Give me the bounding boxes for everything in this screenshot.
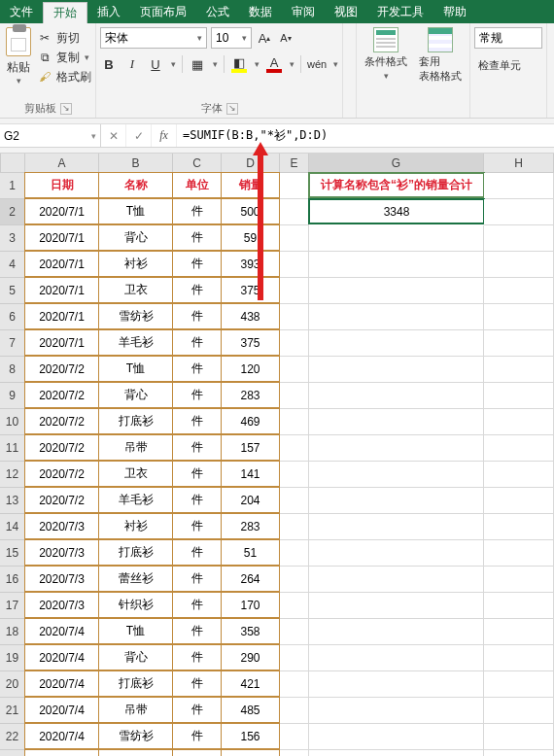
cell[interactable] xyxy=(280,698,309,724)
data-cell[interactable]: 件 xyxy=(172,461,222,487)
data-cell[interactable]: 件 xyxy=(172,198,222,224)
bold-button[interactable]: B xyxy=(100,54,118,74)
data-cell[interactable]: 2020/7/4 xyxy=(24,749,99,756)
fill-color-button[interactable]: ◧ xyxy=(230,54,248,74)
col-header-H[interactable]: H xyxy=(484,154,554,173)
data-cell[interactable]: 59 xyxy=(221,224,280,251)
table-format-button[interactable]: 套用 表格格式 xyxy=(415,27,466,84)
row-header[interactable]: 15 xyxy=(0,540,25,567)
col-header-A[interactable]: A xyxy=(25,154,99,173)
cell[interactable] xyxy=(309,252,484,278)
copy-icon[interactable]: ⧉ xyxy=(37,50,52,65)
data-cell[interactable]: 2020/7/3 xyxy=(24,539,99,566)
data-cell[interactable]: 204 xyxy=(221,487,280,513)
cell[interactable] xyxy=(309,567,484,593)
decrease-font-button[interactable]: A▾ xyxy=(277,28,294,48)
cell[interactable] xyxy=(280,304,309,330)
cell[interactable] xyxy=(484,540,554,567)
cell[interactable] xyxy=(484,304,554,330)
data-cell[interactable]: 件 xyxy=(172,539,222,566)
data-cell[interactable]: 2020/7/2 xyxy=(24,487,99,513)
col-header-C[interactable]: C xyxy=(173,154,222,173)
data-cell[interactable]: 500 xyxy=(221,198,280,224)
data-cell[interactable]: 件 xyxy=(172,749,222,756)
data-cell[interactable]: 2020/7/4 xyxy=(24,723,99,749)
data-cell[interactable]: 2020/7/2 xyxy=(24,356,99,382)
borders-dropdown[interactable]: ▾ xyxy=(213,59,218,69)
row-header[interactable]: 23 xyxy=(0,750,25,756)
cell-H1[interactable] xyxy=(484,173,554,199)
copy-button[interactable]: 复制 xyxy=(56,49,80,66)
data-cell[interactable]: 485 xyxy=(221,697,280,723)
data-cell[interactable]: 290 xyxy=(221,644,280,670)
row-header[interactable]: 11 xyxy=(0,435,25,462)
data-cell[interactable]: 2020/7/1 xyxy=(24,277,99,303)
data-cell[interactable]: 吊带 xyxy=(98,434,173,461)
cell[interactable] xyxy=(484,724,554,750)
cell[interactable] xyxy=(484,357,554,383)
data-cell[interactable]: 120 xyxy=(221,356,280,382)
cell[interactable] xyxy=(280,514,309,540)
row-header[interactable]: 16 xyxy=(0,567,25,593)
cell[interactable] xyxy=(309,671,484,698)
header-unit[interactable]: 单位 xyxy=(172,172,222,198)
data-cell[interactable]: 283 xyxy=(221,382,280,408)
data-cell[interactable]: 件 xyxy=(172,513,222,539)
data-cell[interactable]: 件 xyxy=(172,697,222,723)
data-cell[interactable]: 衬衫 xyxy=(98,251,173,277)
data-cell[interactable]: 件 xyxy=(172,356,222,382)
data-cell[interactable]: 2020/7/1 xyxy=(24,329,99,356)
data-cell[interactable]: 针织衫 xyxy=(98,749,173,756)
data-cell[interactable]: 375 xyxy=(221,329,280,356)
row-header[interactable]: 5 xyxy=(0,278,25,304)
data-cell[interactable]: 雪纺衫 xyxy=(98,723,173,749)
cell[interactable] xyxy=(309,383,484,409)
cell[interactable] xyxy=(484,671,554,698)
paste-icon[interactable] xyxy=(6,27,31,56)
cell[interactable] xyxy=(280,383,309,409)
cell[interactable] xyxy=(484,252,554,278)
confirm-formula-button[interactable]: ✓ xyxy=(126,124,152,147)
data-cell[interactable]: 156 xyxy=(221,723,280,749)
cut-icon[interactable]: ✂ xyxy=(37,30,52,46)
data-cell[interactable]: 件 xyxy=(172,592,222,618)
select-all-corner[interactable] xyxy=(0,154,25,173)
data-cell[interactable]: 件 xyxy=(172,566,222,592)
row-header[interactable]: 12 xyxy=(0,462,25,488)
cell[interactable] xyxy=(280,225,309,252)
cell[interactable] xyxy=(309,540,484,567)
data-cell[interactable]: 羊毛衫 xyxy=(98,329,173,356)
data-cell[interactable]: 卫衣 xyxy=(98,277,173,303)
fx-button[interactable]: fx xyxy=(152,124,177,147)
cell[interactable] xyxy=(484,435,554,462)
data-cell[interactable]: 衬衫 xyxy=(98,513,173,539)
cell[interactable] xyxy=(309,304,484,330)
cell[interactable] xyxy=(484,462,554,488)
cell[interactable] xyxy=(280,671,309,698)
tab-file[interactable]: 文件 xyxy=(0,0,43,23)
data-cell[interactable]: 2020/7/4 xyxy=(24,670,99,697)
cell[interactable] xyxy=(484,199,554,225)
data-cell[interactable]: 2020/7/2 xyxy=(24,461,99,487)
row-header[interactable]: 10 xyxy=(0,409,25,435)
cell[interactable] xyxy=(309,435,484,462)
cell[interactable] xyxy=(484,330,554,357)
data-cell[interactable]: 吊带 xyxy=(98,697,173,723)
data-cell[interactable]: 针织衫 xyxy=(98,592,173,618)
cell[interactable] xyxy=(484,567,554,593)
cell[interactable] xyxy=(280,724,309,750)
data-cell[interactable]: 2020/7/3 xyxy=(24,566,99,592)
cell[interactable] xyxy=(280,567,309,593)
formula-input[interactable]: =SUMIF(B:B,"*衫",D:D) xyxy=(177,124,554,147)
cancel-formula-button[interactable]: ✕ xyxy=(101,124,126,147)
data-cell[interactable]: 件 xyxy=(172,618,222,644)
cell[interactable] xyxy=(309,225,484,252)
data-cell[interactable]: 51 xyxy=(221,539,280,566)
col-header-B[interactable]: B xyxy=(99,154,173,173)
data-cell[interactable]: 卫衣 xyxy=(98,461,173,487)
row-header[interactable]: 6 xyxy=(0,304,25,330)
data-cell[interactable]: 469 xyxy=(221,408,280,434)
header-sales[interactable]: 销量 xyxy=(221,172,280,198)
data-cell[interactable]: 件 xyxy=(172,251,222,277)
data-cell[interactable]: 打底衫 xyxy=(98,539,173,566)
